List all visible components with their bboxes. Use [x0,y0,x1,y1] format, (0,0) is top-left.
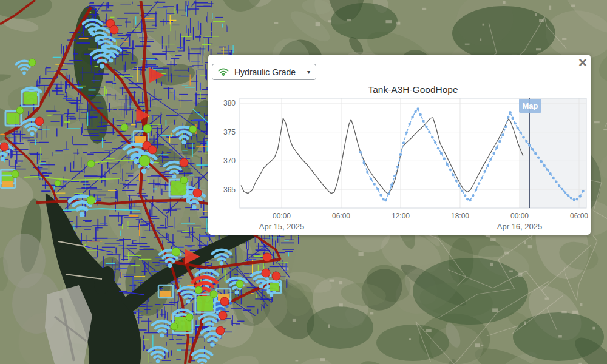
green-dot-marker[interactable] [143,124,152,133]
red-dot-marker[interactable] [110,25,118,34]
green-dot-marker[interactable] [195,286,202,294]
green-dot-marker[interactable] [87,196,95,204]
red-dot-marker[interactable] [148,146,157,154]
x-axis-label: 00:00 [273,212,291,220]
x-axis-date-label: Apr 15, 2025 [259,222,304,231]
y-axis-label: 365 [223,186,236,194]
observed-series-line [241,118,523,194]
wifi-icon [218,67,229,76]
green-dot-marker[interactable] [12,170,19,178]
y-axis-label: 370 [223,157,236,165]
x-axis-label: 00:00 [510,212,529,220]
green-dot-marker[interactable] [172,248,180,256]
green-dot-marker[interactable] [189,126,197,133]
red-dot-marker[interactable] [216,326,225,335]
green-dot-marker[interactable] [180,177,188,184]
chart-title: Tank-A3H-GoodHope [368,84,458,95]
red-dot-marker[interactable] [180,158,188,167]
hydraulic-grade-popup: 36537037538000:0006:0012:0018:0000:0006:… [208,55,591,235]
timeseries-chart-canvas[interactable]: 36537037538000:0006:0012:0018:0000:0006:… [208,55,591,235]
x-axis-label: 12:00 [392,212,410,220]
x-axis-label: 18:00 [451,212,469,220]
red-dot-marker[interactable] [0,143,8,151]
red-dot-marker[interactable] [263,253,271,261]
parameter-dropdown[interactable]: Hydraulic Grade ▾ [212,64,316,80]
map-badge[interactable]: Map [519,99,541,113]
app-window: 36537037538000:0006:0012:0018:0000:0006:… [0,0,607,364]
x-axis-date-label: Apr 16, 2025 [497,222,542,231]
green-square-marker[interactable] [22,90,39,106]
green-dot-marker[interactable] [55,180,61,186]
parameter-dropdown-label: Hydraulic Grade [234,67,296,77]
y-axis-label: 375 [223,128,236,136]
green-dot-marker[interactable] [121,124,128,131]
green-dot-marker[interactable] [139,155,150,166]
green-dot-marker[interactable] [16,107,24,114]
green-dot-marker[interactable] [210,291,217,298]
green-dot-marker[interactable] [236,280,243,288]
green-dot-marker[interactable] [171,323,178,330]
red-dot-marker[interactable] [219,311,227,320]
y-axis-label: 380 [223,99,236,107]
x-axis-label: 06:00 [570,212,588,220]
green-dot-marker[interactable] [186,314,193,321]
green-dot-marker[interactable] [87,160,95,167]
x-axis-label: 06:00 [332,212,350,220]
green-dot-marker[interactable] [29,59,36,66]
red-dot-marker[interactable] [262,269,270,277]
red-dot-marker[interactable] [220,297,229,306]
close-icon[interactable]: ✕ [575,55,591,71]
red-dot-marker[interactable] [35,117,44,126]
red-dot-marker[interactable] [193,189,202,197]
red-dot-marker[interactable] [272,272,280,280]
caret-down-icon: ▾ [307,69,310,75]
